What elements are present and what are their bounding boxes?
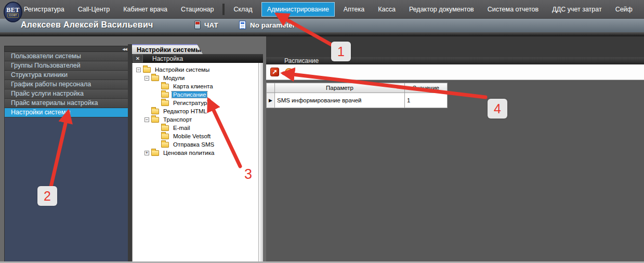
content-top-area [266,36,644,57]
menu-item-registratura[interactable]: Регистратура [17,2,71,17]
tree-node-karta-klienta[interactable]: Карта клиента [133,82,258,90]
column-header-parametr[interactable]: Параметр [275,83,405,93]
tree-scrollbar[interactable] [258,63,263,263]
menu-item-kabinet-vracha[interactable]: Кабинет врача [116,2,174,17]
collapse-node-icon[interactable]: − [136,68,141,72]
tree-node-raspisanie[interactable]: Расписание [133,90,258,99]
sidebar-header: ◀◀ [4,46,129,52]
sidebar-item-grafik-raboty[interactable]: График работы персонала [4,80,129,89]
cell-param[interactable]: SMS информирование врачей [275,93,405,108]
folder-icon [161,134,169,139]
sidebar-item-polzovateli-sistemy[interactable]: Пользователи системы [4,52,129,61]
settings-tree-panel: Настройки системы ✕ Настройка − Настройк… [132,44,263,263]
content-panel: Расписание ➚ Параметр Значение ▶ SMS инф… [266,36,644,263]
separator-band [0,32,644,36]
tree-node-transport[interactable]: − Транспорт [133,115,258,124]
menu-item-call-center[interactable]: Call-Центр [71,2,116,17]
current-user-name: Алексеев Алексей Васильевич [21,20,153,30]
vetsoft-logo: ВЕТ СОФТ [4,2,22,22]
sidebar-item-prays-materialy[interactable]: Прайс материалы настройка [4,99,129,108]
collapse-sidebar-icon[interactable]: ◀◀ [122,47,127,51]
table-row[interactable]: ▶ SMS информирование врачей 1 [267,93,448,108]
column-header-znachenie[interactable]: Значение [405,83,448,93]
phone-icon [194,21,201,29]
row-selector-header [267,83,275,93]
logo-text-top: ВЕТ [6,7,20,13]
folder-icon [161,125,169,131]
collapse-node-icon[interactable]: − [144,117,149,122]
menu-item-kassa[interactable]: Касса [371,2,402,17]
tree-node-registratura[interactable]: Регистратура [133,99,258,107]
chat-button[interactable]: ЧАТ [194,21,218,29]
menu-item-apteka[interactable]: Аптека [337,2,371,17]
close-icon[interactable]: ✕ [133,55,143,62]
logo-text-bottom: СОФТ [7,13,18,18]
folder-icon [151,117,159,123]
content-toolbar: ➚ [266,64,644,80]
menu-item-seyf[interactable]: Сейф [609,2,639,17]
settings-tree: − Настройки системы − Модули Карта клиен… [132,63,258,263]
collapse-node-icon[interactable]: − [144,76,149,81]
document-icon [239,21,246,29]
tree-node-redaktor-html[interactable]: Редактор HTML [133,107,258,115]
clock-icon[interactable] [285,68,293,76]
folder-icon [161,100,169,106]
menu-item-sklad[interactable]: Склад [227,2,259,17]
sidebar-item-struktura-kliniki[interactable]: Структура клиники [4,71,129,80]
content-panel-title: Расписание [266,57,644,64]
folder-icon [161,92,169,98]
cell-value[interactable]: 1 [405,93,448,108]
folder-icon [151,150,159,156]
navigation-sidebar: ◀◀ Пользователи системы Группы Пользоват… [4,46,129,263]
menu-item-finansy[interactable]: Финансы [639,2,644,17]
folder-icon [161,84,169,89]
chat-label: ЧАТ [204,21,218,29]
menu-item-redaktor-dokumentov[interactable]: Редактор документов [402,2,481,17]
sidebar-filler [4,117,129,263]
user-bar: Алексеев Алексей Васильевич ЧАТ No param… [0,19,644,32]
folder-icon [151,75,159,81]
folder-icon [161,142,169,148]
parameter-indicator[interactable]: No parameter [239,21,295,29]
sidebar-item-gruppy-polzovateley[interactable]: Группы Пользователей [4,61,129,71]
menu-item-stacionar[interactable]: Стационар [174,2,220,17]
tree-node-cenovaya-politika[interactable]: + Ценовая политика [133,149,258,157]
menu-item-dds-uchet-zatrat[interactable]: ДДС учет затрат [545,2,608,17]
folder-icon [151,109,159,114]
menu-item-sistema-otchetov[interactable]: Система отчетов [481,2,545,17]
apply-settings-icon[interactable]: ➚ [270,68,279,76]
table-header-row: Параметр Значение [267,83,448,93]
sidebar-item-prays-uslugi[interactable]: Прайс услуги настройка [4,89,129,99]
sidebar-item-nastroyki-sistemy[interactable]: Настройки системы [4,108,129,117]
tab-nastroyki-sistemy[interactable]: Настройки системы [132,44,203,54]
panel-divider [128,44,132,263]
tree-header-title: Настройка [152,55,183,62]
parameter-label: No parameter [250,21,295,29]
expand-node-icon[interactable]: + [144,151,149,155]
menu-separator [222,4,225,15]
tree-node-moduli[interactable]: − Модули [133,74,258,82]
tree-header: ✕ Настройка [132,54,263,63]
tree-node-email[interactable]: E-mail [133,124,258,132]
tree-node-mobile-vetsoft[interactable]: Mobile Vetsoft [133,132,258,140]
tree-node-otpravka-sms[interactable]: Отправка SMS [133,140,258,149]
folder-icon [143,67,151,73]
parameters-table: Параметр Значение ▶ SMS информирование в… [266,83,448,108]
tree-node-nastroyki-sistemy[interactable]: − Настройки системы [133,65,258,74]
row-marker-icon: ▶ [267,93,275,108]
menu-item-administrirovanie[interactable]: Администрирование [261,2,335,17]
main-menu-bar: Регистратура Call-Центр Кабинет врача Ст… [17,0,644,19]
